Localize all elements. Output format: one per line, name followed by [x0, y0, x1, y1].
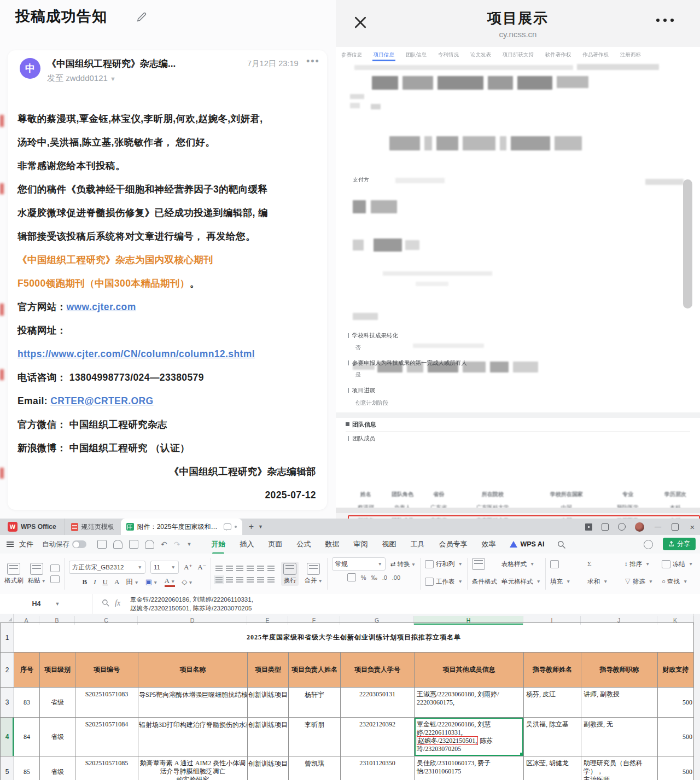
email-link[interactable]: https://www.cjter.com/CN/column/column12… — [18, 348, 255, 359]
indent-decrease-icon[interactable] — [247, 566, 254, 571]
cell-r4cK[interactable]: 500 — [658, 718, 694, 756]
save-icon[interactable] — [97, 540, 107, 549]
cell-r3cI[interactable]: 杨芬, 皮江 — [524, 688, 581, 718]
menu-数据[interactable]: 数据 — [325, 539, 339, 549]
more-menu-icon[interactable] — [656, 19, 674, 22]
align-left-icon[interactable] — [215, 577, 223, 583]
number-format-select[interactable]: 常规▼ — [332, 557, 386, 571]
sheet-col-指导教师姓名[interactable]: 指导教师姓名 — [524, 653, 581, 688]
sort-button[interactable]: ↕ 排序▼ — [625, 560, 657, 568]
permille-icon[interactable]: ‰ — [371, 574, 377, 581]
row-header-4[interactable]: 4 — [1, 718, 14, 756]
cell-r3cF[interactable]: 杨轩宇 — [289, 688, 341, 718]
sheet-col-项目负责人学号[interactable]: 项目负责人学号 — [341, 653, 415, 688]
sheet-col-项目其他成员信息[interactable]: 项目其他成员信息 — [415, 653, 524, 688]
spreadsheet-tab-active[interactable]: 附件：2025年度国家级和省... — [121, 519, 242, 535]
sheet-col-项目级别[interactable]: 项目级别 — [40, 653, 75, 688]
bold-button[interactable]: B — [83, 578, 88, 586]
autosave-toggle[interactable]: 自动保存 — [42, 540, 86, 549]
currency-icon[interactable] — [347, 573, 356, 581]
align-right-icon[interactable] — [236, 577, 243, 583]
italic-button[interactable]: I — [94, 578, 96, 586]
row-header-2[interactable]: 2 — [1, 653, 14, 688]
cell-r3cD[interactable]: 导SP5靶向溶酶体增强巨噬细胞抗结核 — [138, 688, 248, 718]
sum-button[interactable]: 求和▼ — [587, 578, 620, 586]
cell-r5cF[interactable]: 曾凯琪 — [289, 756, 341, 780]
cell-r4cC[interactable]: S202510571084 — [75, 718, 138, 756]
export-icon[interactable] — [129, 540, 138, 549]
cell-r4cH[interactable]: 覃金钰/22202060186, 刘慧婷/22206110331,赵婉冬/232… — [415, 718, 524, 756]
skin-settings-icon[interactable] — [618, 523, 626, 531]
cell-r4cG[interactable]: 23202120392 — [341, 718, 415, 756]
tab-项目信息[interactable]: 项目信息 — [374, 48, 394, 61]
cell-r5cI[interactable]: 区冰莹, 胡健龙 — [524, 756, 581, 780]
doc-tab[interactable]: 规范页模板 — [64, 519, 121, 535]
cell-r5cK[interactable]: 500 — [658, 756, 694, 780]
new-tab-button[interactable]: + — [249, 522, 254, 532]
font-size-select[interactable]: 11▼ — [150, 561, 179, 574]
history-clock-icon[interactable] — [644, 540, 653, 549]
font-color-button[interactable]: A▼ — [165, 577, 176, 587]
email-recipient[interactable]: 发至 zwddd0121▼ — [47, 73, 116, 84]
fx-icon[interactable]: fx — [115, 599, 120, 608]
workspace-icon[interactable] — [602, 523, 609, 531]
minimize-button[interactable]: — — [654, 522, 662, 531]
cell-r5cJ[interactable]: 助理研究员（自然科学）， 主治医师 — [581, 756, 658, 780]
decrease-decimal-icon[interactable]: .0 — [382, 574, 387, 581]
percent-icon[interactable]: % — [361, 574, 366, 581]
menu-审阅[interactable]: 审阅 — [353, 539, 368, 549]
worksheet-button[interactable]: 工作表▼ — [425, 578, 463, 586]
cell-r5cH[interactable]: 吴佳欣/23101060173, 费子怡/23101060175 — [415, 756, 524, 780]
sheet-scrollbar[interactable] — [693, 614, 700, 780]
justify-icon[interactable] — [247, 577, 254, 583]
sheet-col-项目名称[interactable]: 项目名称 — [138, 653, 248, 688]
cell-r3cB[interactable]: 省级 — [40, 688, 75, 718]
tab-参赛信息[interactable]: 参赛信息 — [341, 48, 362, 61]
cell-r5cA[interactable]: 85 — [14, 756, 40, 780]
shrink-font-button[interactable]: A⁻ — [197, 563, 206, 572]
conditional-format-button[interactable]: 条件格式▼ — [472, 578, 497, 586]
font-name-select[interactable]: 方正仿宋_GB2312▼ — [69, 561, 145, 574]
select-all-corner[interactable] — [0, 614, 14, 622]
indent-increase-icon[interactable] — [257, 566, 264, 571]
scrollbar-thumb[interactable] — [683, 179, 692, 308]
rows-cols-button[interactable]: 行和列▼ — [425, 560, 463, 568]
menu-公式[interactable]: 公式 — [296, 539, 311, 549]
cell-r4cJ[interactable]: 副教授, 无 — [581, 718, 658, 756]
fill-button[interactable]: 填充▼ — [550, 578, 583, 586]
merge-cells-button[interactable]: 合并▼ — [304, 563, 322, 585]
align-bottom-icon[interactable] — [236, 566, 243, 571]
share-button[interactable]: 分享 — [663, 538, 696, 550]
wps-ai-button[interactable]: WPS AI — [510, 540, 544, 548]
fill-color-button[interactable]: ▣▼ — [145, 578, 158, 586]
cell-style-button[interactable]: 单元格样式▼ — [501, 578, 541, 586]
formula-search-icon[interactable] — [102, 599, 109, 607]
sheet-col-指导教师职称[interactable]: 指导教师职称 — [581, 653, 658, 688]
distribute-icon[interactable] — [257, 577, 264, 583]
redo-icon[interactable]: ↷ — [174, 540, 180, 549]
tab-专利情况[interactable]: 专利情况 — [438, 48, 459, 61]
search-icon[interactable] — [557, 540, 565, 549]
tab-作品著作权[interactable]: 作品著作权 — [583, 48, 609, 61]
cell-r4cD[interactable]: 辐射场3D打印构建治疗脊髓损伤的水凝 — [138, 718, 248, 756]
sum-icon[interactable]: Σ — [587, 560, 592, 568]
hamburger-icon[interactable] — [7, 542, 14, 547]
wrap-text-button[interactable]: 换行 — [281, 562, 299, 586]
strikethrough-button[interactable]: A — [114, 578, 119, 586]
freeze-button[interactable]: 冻结▼ — [662, 560, 695, 568]
formula-content[interactable]: 覃金钰/22202060186, 刘慧婷/22206110331, 赵婉冬/23… — [130, 595, 524, 613]
cell-r5cG[interactable]: 23101120350 — [341, 756, 415, 780]
copy-icon[interactable] — [50, 575, 60, 583]
menu-会员专享[interactable]: 会员专享 — [439, 539, 467, 549]
sheet-col-项目类型[interactable]: 项目类型 — [248, 653, 289, 688]
user-avatar[interactable] — [635, 522, 644, 532]
tab-团队信息[interactable]: 团队信息 — [406, 48, 427, 61]
email-more-icon[interactable]: ••• — [306, 56, 320, 67]
email-link[interactable]: www.cjter.com — [67, 301, 136, 312]
text-direction-icon[interactable] — [267, 577, 275, 583]
find-button[interactable]: ○ 查找▼ — [662, 578, 695, 586]
file-menu[interactable]: 文件 — [19, 539, 33, 549]
preview-icon[interactable] — [145, 540, 154, 549]
row-header-1[interactable]: 1 — [1, 623, 14, 653]
cell-r3cE[interactable]: 创新训练项目 — [248, 688, 289, 718]
